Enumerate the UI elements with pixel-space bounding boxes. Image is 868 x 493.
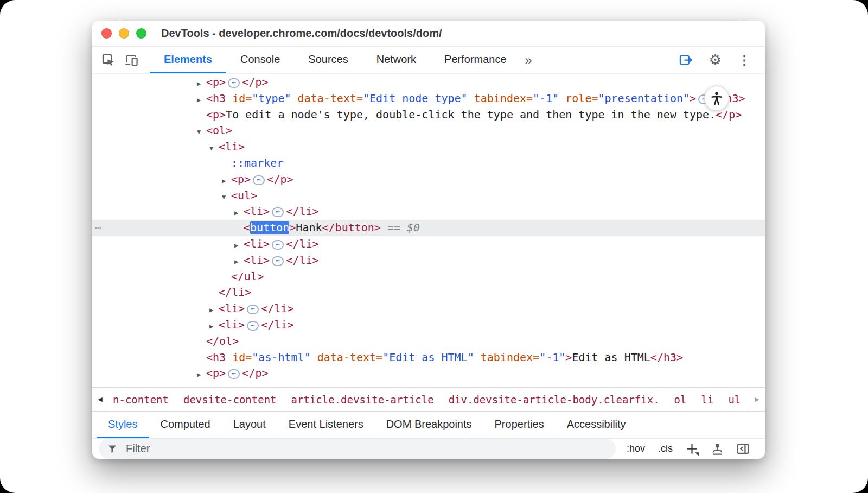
row-actions-icon[interactable]: ⋯ xyxy=(95,220,101,236)
dom-tree-row[interactable]: </ul> xyxy=(92,269,765,285)
styles-toolbar: :hov .cls xyxy=(92,439,765,459)
token-selword: button xyxy=(250,221,289,234)
dom-tree-row[interactable]: ▶<li>⋯</li> xyxy=(92,317,765,333)
breadcrumb-item-ul[interactable]: ul xyxy=(728,394,741,406)
sidebar-tab-event-listeners[interactable]: Event Listeners xyxy=(277,412,375,438)
dom-tree-row[interactable]: <h3 id="as-html" data-text="Edit as HTML… xyxy=(92,350,765,366)
dom-tree-row[interactable]: </ol> xyxy=(92,333,765,350)
tab-performance[interactable]: Performance xyxy=(430,47,521,73)
fullscreen-window-button[interactable] xyxy=(136,28,146,39)
square-right-arrow-button[interactable] xyxy=(674,53,697,67)
twisty-down-icon[interactable]: ▼ xyxy=(222,189,231,206)
sidebar-tab-dom-breakpoints[interactable]: DOM Breakpoints xyxy=(375,412,483,438)
token-pseudo: ::marker xyxy=(231,156,283,169)
tab-console[interactable]: Console xyxy=(226,47,294,73)
element-classes-button[interactable]: .cls xyxy=(656,442,675,456)
inline-expand-icon[interactable]: ⋯ xyxy=(228,369,240,379)
token-tag: </li> xyxy=(261,302,293,315)
toolbar-spacer xyxy=(537,47,674,73)
styles-filter-input[interactable] xyxy=(125,442,612,456)
dom-tree-row[interactable]: ▶<li>⋯</li> xyxy=(92,204,765,220)
dom-tree-row-selected[interactable]: <button>Hank</button> == $0⋯ xyxy=(92,220,765,236)
breadcrumb-scroll-left-button[interactable]: ◀ xyxy=(92,388,108,411)
breadcrumb-item-devsite-content[interactable]: devsite-content xyxy=(183,394,277,406)
inline-expand-icon[interactable]: ⋯ xyxy=(253,175,265,185)
breadcrumb-item-div-devsite-article-body-clearfix[interactable]: div.devsite-article-body.clearfix. xyxy=(449,394,660,406)
twisty-right-icon[interactable]: ▶ xyxy=(234,205,244,222)
stamp-brush-button[interactable] xyxy=(709,440,726,457)
toggle-element-state-button[interactable]: :hov xyxy=(624,442,647,456)
token-tag: <p> xyxy=(206,75,226,89)
twisty-right-icon[interactable]: ▶ xyxy=(197,92,206,109)
toggle-sidebar-button[interactable] xyxy=(735,440,751,457)
token-text: To edit a node's type, double-click the … xyxy=(226,108,716,121)
dom-tree-row[interactable]: ▶<p>⋯</p> xyxy=(92,172,765,188)
token-attr: tabindex= xyxy=(468,92,533,105)
dom-tree-row[interactable]: ▶<h3 id="type" data-text="Edit node type… xyxy=(92,91,765,107)
twisty-down-icon[interactable]: ▼ xyxy=(209,141,219,157)
twisty-down-icon[interactable]: ▼ xyxy=(197,124,206,141)
breadcrumb-item-li[interactable]: li xyxy=(701,394,713,406)
tab-network[interactable]: Network xyxy=(362,47,430,73)
dom-tree-row[interactable]: ▶<li>⋯</li> xyxy=(92,301,765,317)
twisty-right-icon[interactable]: ▶ xyxy=(234,238,244,254)
dom-tree-row[interactable]: <p>To edit a node's type, double-click t… xyxy=(92,107,765,123)
tab-sources[interactable]: Sources xyxy=(294,47,362,73)
twisty-right-icon[interactable]: ▶ xyxy=(197,76,206,92)
sidebar-tab-styles[interactable]: Styles xyxy=(97,412,149,438)
close-window-button[interactable] xyxy=(101,28,112,39)
inline-expand-icon[interactable]: ⋯ xyxy=(228,78,240,88)
inspect-element-button[interactable] xyxy=(97,47,120,73)
token-tag: > xyxy=(289,221,296,234)
dom-tree-row[interactable]: ▶<p>⋯</p> xyxy=(92,74,765,91)
dom-tree-row[interactable]: ▶<p>⋯</p> xyxy=(92,365,765,382)
token-attr: tabindex= xyxy=(474,351,539,364)
sidebar-tab-properties[interactable]: Properties xyxy=(483,412,556,438)
inline-expand-icon[interactable]: ⋯ xyxy=(272,256,284,266)
twisty-right-icon[interactable]: ▶ xyxy=(209,319,219,335)
token-tag: <li> xyxy=(219,302,245,315)
inline-expand-icon[interactable]: ⋯ xyxy=(247,305,259,314)
inline-expand-icon[interactable]: ⋯ xyxy=(247,321,259,331)
sidebar-tab-accessibility[interactable]: Accessibility xyxy=(556,412,637,438)
token-tag: </li> xyxy=(219,286,251,299)
tab-elements[interactable]: Elements xyxy=(150,47,226,73)
dom-tree-row[interactable]: ▼<ul> xyxy=(92,188,765,204)
breadcrumb-item-ol[interactable]: ol xyxy=(674,394,687,406)
dom-tree-row[interactable]: ▶<li>⋯</li> xyxy=(92,236,765,252)
inline-expand-icon[interactable]: ⋯ xyxy=(272,240,284,250)
breadcrumb-item-article-devsite-article[interactable]: article.devsite-article xyxy=(291,394,434,406)
sidebar-toggle-icon xyxy=(736,441,750,456)
dom-tree-row[interactable]: ::marker xyxy=(92,155,765,172)
dom-tree-row[interactable]: ▼<ol> xyxy=(92,123,765,139)
sidebar-tab-layout[interactable]: Layout xyxy=(222,412,277,438)
more-tabs-button[interactable]: » xyxy=(521,47,537,73)
desktop-background: DevTools - developer.chrome.com/docs/dev… xyxy=(0,0,868,493)
dom-tree-row[interactable]: </li> xyxy=(92,285,765,301)
twisty-right-icon[interactable]: ▶ xyxy=(222,173,231,189)
sidebar-tab-computed[interactable]: Computed xyxy=(149,412,221,438)
filter-funnel-icon xyxy=(106,443,118,455)
token-eq: == xyxy=(381,221,407,234)
more-options-button[interactable]: ⋮ xyxy=(733,53,755,68)
dom-tree-panel: ▶<p>⋯</p>▶<h3 id="type" data-text="Edit … xyxy=(92,74,765,387)
square-right-arrow-icon xyxy=(678,53,693,67)
twisty-right-icon[interactable]: ▶ xyxy=(209,302,219,319)
device-toolbar-button[interactable] xyxy=(120,47,143,73)
inline-expand-icon[interactable]: ⋯ xyxy=(272,207,284,217)
minimize-window-button[interactable] xyxy=(119,28,129,39)
new-style-rule-button[interactable] xyxy=(684,440,700,457)
accessibility-person-button[interactable] xyxy=(704,86,729,111)
settings-button[interactable]: ⚙ xyxy=(705,52,726,68)
twisty-right-icon[interactable]: ▶ xyxy=(197,367,206,383)
dom-tree-row[interactable]: ▼<li> xyxy=(92,139,765,155)
token-tag: <li> xyxy=(244,205,270,218)
token-text: Edit as HTML xyxy=(572,351,650,364)
dom-tree-row[interactable]: ▶<li>⋯</li> xyxy=(92,252,765,269)
breadcrumb-scroll-right-button[interactable]: ▶ xyxy=(749,388,765,411)
plus-icon xyxy=(685,441,699,456)
token-attr: data-text= xyxy=(291,92,363,105)
breadcrumb-item-n-content[interactable]: n-content xyxy=(113,394,169,406)
twisty-right-icon[interactable]: ▶ xyxy=(234,254,244,270)
token-tag: <li> xyxy=(219,140,245,153)
